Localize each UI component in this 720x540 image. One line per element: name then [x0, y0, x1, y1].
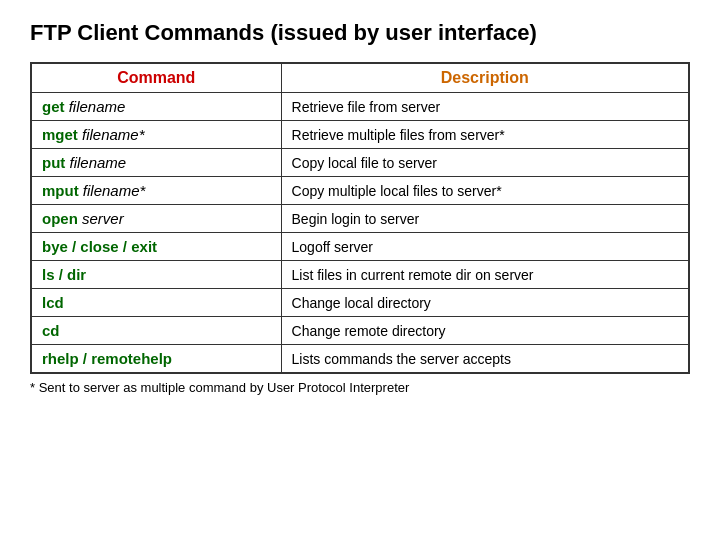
command-cell: ls / dir — [31, 261, 281, 289]
footnote: * Sent to server as multiple command by … — [30, 380, 690, 395]
table-row: mput filename*Copy multiple local files … — [31, 177, 689, 205]
command-suffix: filename* — [79, 182, 146, 199]
command-suffix: server — [78, 210, 124, 227]
command-text: ls / dir — [42, 266, 86, 283]
command-text: get — [42, 98, 65, 115]
command-cell: get filename — [31, 93, 281, 121]
description-cell: Change local directory — [281, 289, 689, 317]
description-cell: Change remote directory — [281, 317, 689, 345]
table-row: bye / close / exitLogoff server — [31, 233, 689, 261]
command-text: put — [42, 154, 65, 171]
page-title: FTP Client Commands (issued by user inte… — [30, 20, 690, 46]
command-suffix: filename — [65, 154, 126, 171]
table-row: rhelp / remotehelpLists commands the ser… — [31, 345, 689, 374]
command-text: mput — [42, 182, 79, 199]
command-suffix: filename — [65, 98, 126, 115]
description-cell: Retrieve file from server — [281, 93, 689, 121]
command-header: Command — [31, 63, 281, 93]
description-cell: Copy local file to server — [281, 149, 689, 177]
command-text: lcd — [42, 294, 64, 311]
command-cell: mput filename* — [31, 177, 281, 205]
command-cell: open server — [31, 205, 281, 233]
command-cell: rhelp / remotehelp — [31, 345, 281, 374]
command-cell: bye / close / exit — [31, 233, 281, 261]
command-text: cd — [42, 322, 60, 339]
command-text: open — [42, 210, 78, 227]
description-cell: List files in current remote dir on serv… — [281, 261, 689, 289]
description-cell: Begin login to server — [281, 205, 689, 233]
description-cell: Lists commands the server accepts — [281, 345, 689, 374]
command-text: mget — [42, 126, 78, 143]
description-cell: Copy multiple local files to server* — [281, 177, 689, 205]
table-row: ls / dirList files in current remote dir… — [31, 261, 689, 289]
table-row: mget filename*Retrieve multiple files fr… — [31, 121, 689, 149]
command-cell: cd — [31, 317, 281, 345]
table-row: lcdChange local directory — [31, 289, 689, 317]
table-row: put filenameCopy local file to server — [31, 149, 689, 177]
command-cell: mget filename* — [31, 121, 281, 149]
description-cell: Retrieve multiple files from server* — [281, 121, 689, 149]
description-header: Description — [281, 63, 689, 93]
command-text: bye / close / exit — [42, 238, 157, 255]
commands-table: Command Description get filenameRetrieve… — [30, 62, 690, 374]
table-row: cdChange remote directory — [31, 317, 689, 345]
command-cell: lcd — [31, 289, 281, 317]
table-row: open serverBegin login to server — [31, 205, 689, 233]
command-text: rhelp / remotehelp — [42, 350, 172, 367]
command-cell: put filename — [31, 149, 281, 177]
description-cell: Logoff server — [281, 233, 689, 261]
command-suffix: filename* — [78, 126, 145, 143]
table-row: get filenameRetrieve file from server — [31, 93, 689, 121]
